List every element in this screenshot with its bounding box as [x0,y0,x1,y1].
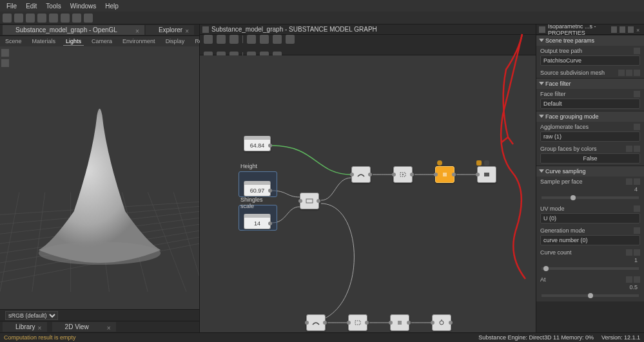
section-scene-tree[interactable]: Scene tree params [536,35,644,46]
graph-icon [202,26,209,33]
toolbar-icon[interactable] [49,14,58,23]
toolbar-icon[interactable] [26,14,35,23]
subtab-scene[interactable]: Scene [3,37,24,45]
subtab-lights[interactable]: Lights [63,37,84,46]
slider[interactable] [542,196,639,199]
graph-node[interactable] [393,166,413,183]
viewport-tool-icon[interactable] [1,49,9,57]
toolbar-icon[interactable] [61,14,70,23]
prop-value-input[interactable]: Default [540,99,640,109]
slider[interactable] [542,294,639,297]
prop-label: UV mode [540,205,565,212]
reset-icon[interactable] [634,227,640,234]
graph-node[interactable] [390,314,409,331]
2dview-icon [56,324,63,330]
group-label: Shingles scale [240,196,277,209]
subtab-materials[interactable]: Materials [30,37,59,45]
section-curve-sampling[interactable]: Curve sampling [536,166,644,176]
graph-tool-icon[interactable] [260,35,269,44]
reset-icon[interactable] [634,124,640,130]
close-icon[interactable]: × [135,28,141,33]
prop-label: Curve count [540,249,572,256]
svg-point-15 [39,242,161,265]
menu-file[interactable]: File [3,1,21,11]
reset-icon[interactable] [634,146,640,152]
section-face-grouping[interactable]: Face grouping mode [536,111,644,122]
graph-tool-icon[interactable] [217,35,226,44]
link-icon[interactable] [626,276,632,283]
prop-label: Agglomerate faces [540,124,589,130]
reset-icon[interactable] [634,205,640,212]
warning-icon [476,160,482,166]
pin-icon[interactable] [611,26,617,33]
float-node[interactable]: 60.97 [244,181,271,196]
3d-viewport[interactable] [0,46,199,309]
reset-icon[interactable] [634,48,640,54]
subtab-display[interactable]: Display [163,37,188,45]
float-value: 60.97 [250,187,265,194]
reset-icon[interactable] [634,178,640,185]
close-icon[interactable]: × [636,27,641,32]
menu-edit[interactable]: Edit [22,1,41,11]
float-node[interactable]: 14 [244,214,271,229]
close-icon[interactable]: × [38,325,43,330]
section-face-filter[interactable]: Face filter [536,78,644,89]
prop-toggle[interactable]: False [540,153,640,164]
reset-icon[interactable] [634,249,640,256]
graph-node-selected[interactable] [435,166,454,183]
link-icon[interactable] [626,70,632,76]
graph-node[interactable] [348,314,367,331]
graph-node[interactable] [306,314,326,331]
toolbar-icon[interactable] [72,14,81,23]
menu-windows[interactable]: Windows [66,1,101,11]
graph-canvas[interactable]: 64.84 Height 60.97 Shingles scale 14 [200,55,536,332]
graph-tool-icon[interactable] [247,35,256,44]
slider[interactable] [542,267,639,270]
prop-dropdown[interactable]: raw (1) [540,131,640,142]
viewport-subtabs: Scene Materials Lights Camera Environmen… [0,36,199,46]
menu-help[interactable]: Help [101,1,122,11]
explorer-icon [150,27,156,33]
reset-icon[interactable] [634,276,640,283]
settings-icon[interactable] [620,26,625,33]
left-panel: Substance_model_graph - OpenGL × Explore… [0,24,200,332]
colorspace-select[interactable]: sRGB (default) [5,311,58,320]
link-icon[interactable] [618,70,625,76]
subtab-environment[interactable]: Environment [120,37,158,45]
graph-node[interactable] [351,166,371,183]
library-tab[interactable]: Library × [3,322,47,332]
link-icon[interactable] [626,249,632,256]
graph-tool-icon[interactable] [204,35,213,44]
prop-dropdown[interactable]: U (0) [540,213,640,223]
toolbar-icon[interactable] [37,14,46,23]
svg-line-13 [148,192,186,292]
reset-icon[interactable] [634,91,640,97]
prop-label: At [540,276,546,283]
float-node[interactable]: 64.84 [244,136,271,151]
prop-value-input[interactable]: PatchIsoCurve [540,55,640,66]
graph-node-output[interactable] [477,166,496,183]
viewport-tab[interactable]: Substance_model_graph - OpenGL × [3,25,144,35]
link-icon[interactable] [626,146,632,152]
2dview-tab[interactable]: 2D View × [52,322,116,332]
graph-node[interactable] [432,314,451,331]
graph-tool-icon[interactable] [286,35,295,44]
prop-value: 1 [540,257,640,263]
viewport-tool-icon[interactable] [1,59,9,67]
tab-label: Substance_model_graph - OpenGL [15,26,117,33]
toolbar-icon[interactable] [84,14,93,23]
link-icon[interactable] [626,178,632,185]
close-icon[interactable]: × [185,28,190,33]
toolbar-icon[interactable] [14,14,23,23]
toolbar-icon[interactable] [3,14,12,23]
subtab-camera[interactable]: Camera [89,37,115,45]
popout-icon[interactable] [628,26,634,33]
graph-node[interactable] [300,193,319,209]
explorer-tab[interactable]: Explorer × [146,25,194,35]
reset-icon[interactable] [634,70,640,76]
graph-tool-icon[interactable] [273,35,282,44]
graph-tool-icon[interactable] [229,35,239,44]
close-icon[interactable]: × [107,325,112,330]
prop-dropdown[interactable]: curve number (0) [540,235,640,245]
menu-tools[interactable]: Tools [42,1,64,11]
